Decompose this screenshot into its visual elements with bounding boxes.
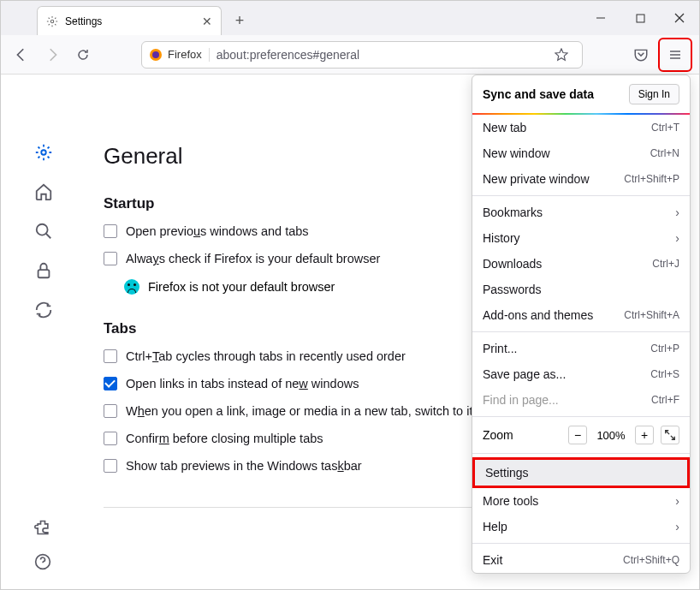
menu-downloads[interactable]: DownloadsCtrl+J xyxy=(472,251,690,277)
always-check-default-label: Always check if Firefox is your default … xyxy=(126,252,380,265)
menu-new-window[interactable]: New windowCtrl+N xyxy=(472,140,690,166)
back-button[interactable] xyxy=(8,41,35,69)
identity-label: Firefox xyxy=(168,48,202,61)
menu-addons[interactable]: Add-ons and themesCtrl+Shift+A xyxy=(472,302,690,328)
tab-title: Settings xyxy=(65,15,202,27)
reload-button[interactable] xyxy=(69,41,97,69)
menu-find[interactable]: Find in page...Ctrl+F xyxy=(472,387,690,413)
svg-rect-13 xyxy=(39,270,50,277)
menu-separator xyxy=(472,195,690,196)
close-window-button[interactable] xyxy=(660,1,699,35)
app-menu-button-highlight xyxy=(658,38,692,72)
menu-separator xyxy=(472,543,690,544)
open-links-checkbox[interactable] xyxy=(104,377,117,390)
menu-history[interactable]: History› xyxy=(472,225,690,251)
browser-tab[interactable]: Settings ✕ xyxy=(37,6,222,35)
zoom-label: Zoom xyxy=(483,428,561,442)
url-input[interactable] xyxy=(217,48,548,62)
help-icon[interactable] xyxy=(34,553,53,572)
svg-point-6 xyxy=(152,51,159,58)
category-general[interactable] xyxy=(34,143,53,162)
restore-previous-session-checkbox[interactable] xyxy=(104,224,117,238)
menu-passwords[interactable]: Passwords xyxy=(472,277,690,302)
gear-icon xyxy=(46,15,58,27)
category-home[interactable] xyxy=(34,182,53,201)
chevron-right-icon: › xyxy=(675,231,679,245)
sign-in-button[interactable]: Sign In xyxy=(629,84,679,104)
menu-separator xyxy=(472,416,690,417)
app-menu-panel: Sync and save data Sign In New tabCtrl+T… xyxy=(472,74,691,574)
chevron-right-icon: › xyxy=(675,494,679,508)
sync-title: Sync and save data xyxy=(483,87,594,101)
ctrl-tab-checkbox[interactable] xyxy=(104,349,117,363)
category-sidebar xyxy=(1,74,86,589)
confirm-close-checkbox[interactable] xyxy=(104,432,117,445)
pocket-button[interactable] xyxy=(627,41,655,69)
tab-close-button[interactable]: ✕ xyxy=(202,15,212,28)
svg-point-0 xyxy=(50,20,54,23)
bookmark-star-button[interactable] xyxy=(548,41,575,69)
svg-point-10 xyxy=(41,150,46,155)
extensions-icon[interactable] xyxy=(34,519,53,538)
confirm-close-label: Confirm before closing multiple tabs xyxy=(126,432,323,445)
window-controls xyxy=(581,1,699,35)
svg-point-11 xyxy=(37,224,48,235)
menu-sync-header: Sync and save data Sign In xyxy=(472,75,690,113)
zoom-in-button[interactable]: + xyxy=(635,426,654,444)
taskbar-previews-checkbox[interactable] xyxy=(104,459,117,473)
menu-separator xyxy=(472,331,690,332)
open-links-label: Open links in tabs instead of new window… xyxy=(126,377,359,390)
chevron-right-icon: › xyxy=(675,206,679,219)
menu-separator xyxy=(472,453,690,454)
category-sync[interactable] xyxy=(34,301,53,319)
taskbar-previews-label: Show tab previews in the Windows taskbar xyxy=(126,459,362,473)
svg-line-12 xyxy=(46,234,51,239)
menu-zoom-row: Zoom − 100% + xyxy=(472,420,690,450)
menu-save-page[interactable]: Save page as...Ctrl+S xyxy=(472,361,690,387)
app-menu-button[interactable] xyxy=(661,41,689,69)
zoom-out-button[interactable]: − xyxy=(568,426,587,444)
menu-exit[interactable]: ExitCtrl+Shift+Q xyxy=(472,547,690,573)
url-bar[interactable]: Firefox xyxy=(141,41,583,69)
restore-previous-session-label: Open previous windows and tabs xyxy=(126,224,309,238)
svg-rect-2 xyxy=(637,15,644,22)
menu-bookmarks[interactable]: Bookmarks› xyxy=(472,200,690,225)
new-tab-button[interactable]: + xyxy=(227,8,252,33)
fullscreen-button[interactable] xyxy=(661,426,679,444)
menu-settings[interactable]: Settings xyxy=(472,457,690,488)
category-privacy[interactable] xyxy=(34,261,53,280)
minimize-button[interactable] xyxy=(581,1,620,35)
forward-button[interactable] xyxy=(39,41,66,69)
menu-more-tools[interactable]: More tools› xyxy=(472,488,690,514)
identity-box[interactable]: Firefox xyxy=(149,48,210,62)
switch-to-tab-checkbox[interactable] xyxy=(104,404,117,418)
maximize-button[interactable] xyxy=(620,1,660,35)
always-check-default-checkbox[interactable] xyxy=(104,252,117,265)
not-default-text: Firefox is not your default browser xyxy=(148,280,335,294)
menu-print[interactable]: Print...Ctrl+P xyxy=(472,336,690,361)
ctrl-tab-label: Ctrl+Tab cycles through tabs in recently… xyxy=(126,349,406,363)
firefox-icon xyxy=(149,48,163,62)
navigation-toolbar: Firefox xyxy=(1,35,699,74)
menu-new-private-window[interactable]: New private windowCtrl+Shift+P xyxy=(472,166,690,192)
title-bar: Settings ✕ + xyxy=(1,1,699,35)
sad-face-icon xyxy=(124,279,139,295)
chevron-right-icon: › xyxy=(675,520,679,533)
menu-new-tab[interactable]: New tabCtrl+T xyxy=(472,115,690,140)
zoom-value: 100% xyxy=(594,429,628,442)
category-search[interactable] xyxy=(34,222,53,241)
menu-help[interactable]: Help› xyxy=(472,514,690,539)
